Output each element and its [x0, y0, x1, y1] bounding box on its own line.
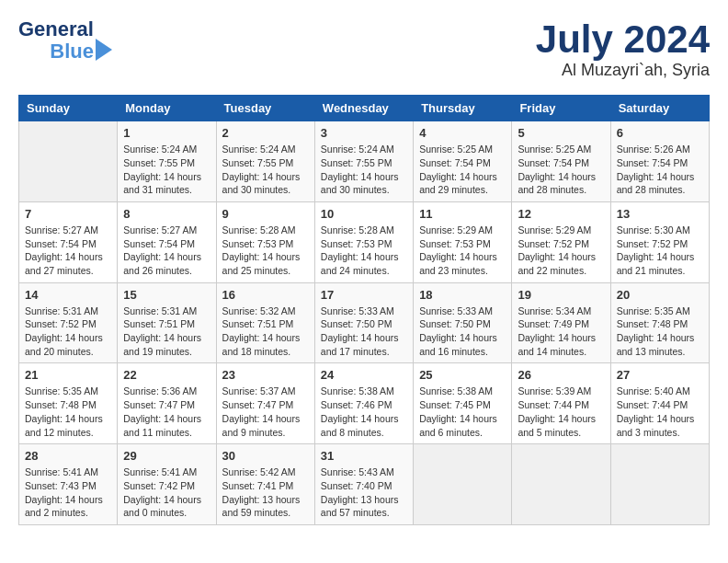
- col-header-wednesday: Wednesday: [314, 96, 413, 121]
- calendar-cell: 11Sunrise: 5:29 AMSunset: 7:53 PMDayligh…: [414, 201, 512, 282]
- day-info: Sunrise: 5:24 AMSunset: 7:55 PMDaylight:…: [222, 143, 309, 197]
- calendar-cell: 18Sunrise: 5:33 AMSunset: 7:50 PMDayligh…: [414, 282, 512, 363]
- day-info: Sunrise: 5:41 AMSunset: 7:43 PMDaylight:…: [25, 465, 111, 520]
- calendar-cell: 17Sunrise: 5:33 AMSunset: 7:50 PMDayligh…: [314, 282, 413, 363]
- day-number: 9: [222, 207, 309, 221]
- calendar-cell: 25Sunrise: 5:38 AMSunset: 7:45 PMDayligh…: [414, 363, 512, 444]
- day-info: Sunrise: 5:34 AMSunset: 7:49 PMDaylight:…: [518, 304, 604, 359]
- day-info: Sunrise: 5:28 AMSunset: 7:53 PMDaylight:…: [321, 224, 407, 278]
- title-block: July 2024 Al Muzayri`ah, Syria: [536, 18, 710, 80]
- calendar-cell: 3Sunrise: 5:24 AMSunset: 7:55 PMDaylight…: [314, 121, 413, 202]
- day-number: 28: [25, 449, 111, 463]
- day-info: Sunrise: 5:37 AMSunset: 7:47 PMDaylight:…: [222, 385, 309, 439]
- col-header-tuesday: Tuesday: [216, 96, 314, 121]
- day-number: 2: [222, 126, 309, 140]
- day-number: 23: [222, 368, 309, 382]
- day-info: Sunrise: 5:38 AMSunset: 7:46 PMDaylight:…: [321, 385, 407, 439]
- day-info: Sunrise: 5:43 AMSunset: 7:40 PMDaylight:…: [321, 465, 407, 520]
- day-info: Sunrise: 5:40 AMSunset: 7:44 PMDaylight:…: [617, 385, 703, 439]
- calendar-cell: 26Sunrise: 5:39 AMSunset: 7:44 PMDayligh…: [512, 363, 610, 444]
- calendar-cell: 22Sunrise: 5:36 AMSunset: 7:47 PMDayligh…: [118, 363, 216, 444]
- calendar-week-row: 1Sunrise: 5:24 AMSunset: 7:55 PMDaylight…: [19, 121, 710, 202]
- calendar-cell: 14Sunrise: 5:31 AMSunset: 7:52 PMDayligh…: [19, 282, 118, 363]
- calendar-cell: 24Sunrise: 5:38 AMSunset: 7:46 PMDayligh…: [314, 363, 413, 444]
- calendar-week-row: 7Sunrise: 5:27 AMSunset: 7:54 PMDaylight…: [19, 201, 710, 282]
- day-number: 22: [123, 368, 210, 382]
- day-number: 15: [123, 288, 210, 302]
- calendar-cell: 9Sunrise: 5:28 AMSunset: 7:53 PMDaylight…: [216, 201, 314, 282]
- calendar-cell: 7Sunrise: 5:27 AMSunset: 7:54 PMDaylight…: [19, 201, 118, 282]
- day-number: 14: [25, 288, 111, 302]
- col-header-friday: Friday: [512, 96, 610, 121]
- calendar-week-row: 28Sunrise: 5:41 AMSunset: 7:43 PMDayligh…: [19, 444, 710, 525]
- day-info: Sunrise: 5:39 AMSunset: 7:44 PMDaylight:…: [518, 385, 604, 439]
- calendar-cell: 23Sunrise: 5:37 AMSunset: 7:47 PMDayligh…: [216, 363, 314, 444]
- day-info: Sunrise: 5:38 AMSunset: 7:45 PMDaylight:…: [419, 385, 506, 439]
- day-number: 31: [321, 449, 407, 463]
- day-number: 26: [518, 368, 604, 382]
- page-header: General Blue July 2024 Al Muzayri`ah, Sy…: [18, 18, 710, 80]
- day-number: 27: [617, 368, 703, 382]
- day-info: Sunrise: 5:32 AMSunset: 7:51 PMDaylight:…: [222, 304, 309, 359]
- calendar-cell: 1Sunrise: 5:24 AMSunset: 7:55 PMDaylight…: [118, 121, 216, 202]
- day-info: Sunrise: 5:31 AMSunset: 7:52 PMDaylight:…: [25, 304, 111, 359]
- day-info: Sunrise: 5:41 AMSunset: 7:42 PMDaylight:…: [123, 465, 210, 520]
- calendar-cell: 31Sunrise: 5:43 AMSunset: 7:40 PMDayligh…: [314, 444, 413, 525]
- calendar-cell: 2Sunrise: 5:24 AMSunset: 7:55 PMDaylight…: [216, 121, 314, 202]
- day-info: Sunrise: 5:29 AMSunset: 7:52 PMDaylight:…: [518, 224, 604, 278]
- day-number: 3: [321, 126, 407, 140]
- calendar-cell: 30Sunrise: 5:42 AMSunset: 7:41 PMDayligh…: [216, 444, 314, 525]
- day-number: 11: [419, 207, 506, 221]
- day-number: 6: [617, 126, 703, 140]
- calendar-cell: [414, 444, 512, 525]
- day-info: Sunrise: 5:28 AMSunset: 7:53 PMDaylight:…: [222, 224, 309, 278]
- day-number: 16: [222, 288, 309, 302]
- calendar-cell: 29Sunrise: 5:41 AMSunset: 7:42 PMDayligh…: [118, 444, 216, 525]
- day-number: 12: [518, 207, 604, 221]
- day-number: 10: [321, 207, 407, 221]
- calendar-cell: 12Sunrise: 5:29 AMSunset: 7:52 PMDayligh…: [512, 201, 610, 282]
- calendar-cell: 6Sunrise: 5:26 AMSunset: 7:54 PMDaylight…: [610, 121, 709, 202]
- calendar-cell: [610, 444, 709, 525]
- col-header-sunday: Sunday: [19, 96, 118, 121]
- month-year-title: July 2024: [536, 18, 710, 61]
- calendar-cell: 16Sunrise: 5:32 AMSunset: 7:51 PMDayligh…: [216, 282, 314, 363]
- day-number: 18: [419, 288, 506, 302]
- logo-general: General: [18, 18, 94, 40]
- day-number: 24: [321, 368, 407, 382]
- calendar-week-row: 21Sunrise: 5:35 AMSunset: 7:48 PMDayligh…: [19, 363, 710, 444]
- day-info: Sunrise: 5:42 AMSunset: 7:41 PMDaylight:…: [222, 465, 309, 520]
- day-number: 4: [419, 126, 506, 140]
- day-info: Sunrise: 5:27 AMSunset: 7:54 PMDaylight:…: [123, 224, 210, 278]
- calendar-week-row: 14Sunrise: 5:31 AMSunset: 7:52 PMDayligh…: [19, 282, 710, 363]
- day-info: Sunrise: 5:24 AMSunset: 7:55 PMDaylight:…: [321, 143, 407, 197]
- calendar-cell: 21Sunrise: 5:35 AMSunset: 7:48 PMDayligh…: [19, 363, 118, 444]
- logo-blue: Blue: [50, 40, 94, 63]
- day-number: 29: [123, 449, 210, 463]
- calendar-cell: 8Sunrise: 5:27 AMSunset: 7:54 PMDaylight…: [118, 201, 216, 282]
- day-number: 5: [518, 126, 604, 140]
- day-number: 13: [617, 207, 703, 221]
- day-number: 8: [123, 207, 210, 221]
- day-info: Sunrise: 5:25 AMSunset: 7:54 PMDaylight:…: [419, 143, 506, 197]
- calendar-header-row: SundayMondayTuesdayWednesdayThursdayFrid…: [19, 96, 710, 121]
- day-number: 1: [123, 126, 210, 140]
- day-info: Sunrise: 5:35 AMSunset: 7:48 PMDaylight:…: [617, 304, 703, 359]
- day-info: Sunrise: 5:36 AMSunset: 7:47 PMDaylight:…: [123, 385, 210, 439]
- logo: General Blue: [18, 18, 112, 63]
- calendar-cell: 28Sunrise: 5:41 AMSunset: 7:43 PMDayligh…: [19, 444, 118, 525]
- calendar-table: SundayMondayTuesdayWednesdayThursdayFrid…: [18, 95, 710, 525]
- calendar-cell: [512, 444, 610, 525]
- day-info: Sunrise: 5:29 AMSunset: 7:53 PMDaylight:…: [419, 224, 506, 278]
- day-number: 19: [518, 288, 604, 302]
- day-info: Sunrise: 5:33 AMSunset: 7:50 PMDaylight:…: [419, 304, 506, 359]
- calendar-cell: 5Sunrise: 5:25 AMSunset: 7:54 PMDaylight…: [512, 121, 610, 202]
- calendar-cell: [19, 121, 118, 202]
- day-info: Sunrise: 5:33 AMSunset: 7:50 PMDaylight:…: [321, 304, 407, 359]
- day-info: Sunrise: 5:24 AMSunset: 7:55 PMDaylight:…: [123, 143, 210, 197]
- day-info: Sunrise: 5:25 AMSunset: 7:54 PMDaylight:…: [518, 143, 604, 197]
- day-number: 30: [222, 449, 309, 463]
- day-number: 21: [25, 368, 111, 382]
- logo-arrow-icon: [96, 39, 112, 61]
- day-info: Sunrise: 5:35 AMSunset: 7:48 PMDaylight:…: [25, 385, 111, 439]
